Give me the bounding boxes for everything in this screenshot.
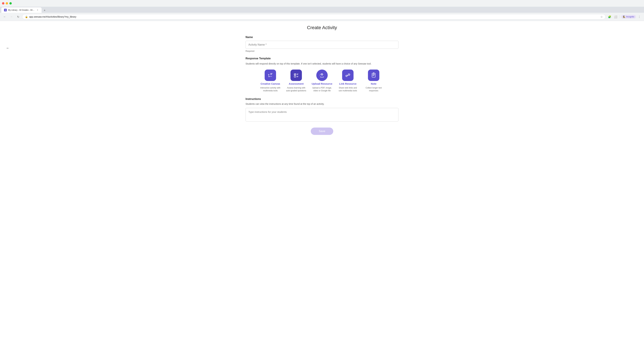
instructions-textarea[interactable] (246, 108, 398, 121)
instructions-desc: Students can view the instructions at an… (246, 103, 398, 105)
tab-bar: S My Library - All Grades - All Sul × + (0, 7, 644, 13)
browser-menu-btn[interactable]: ⋮ (636, 14, 642, 19)
incognito-label: Incognito (626, 15, 634, 18)
response-template-label: Response Template (246, 57, 398, 60)
note-desc: Collect longer text responses (363, 86, 384, 92)
tab-close-btn[interactable]: × (36, 9, 39, 11)
link-resource-icon (342, 69, 354, 81)
creative-canvas-name: Creative Canvas (260, 82, 280, 85)
back-nav-btn[interactable]: ← (2, 14, 8, 19)
incognito-icon: 🕵️ (623, 15, 626, 18)
save-section: Save (246, 128, 398, 135)
omnibox[interactable]: 🔒 app.seesaw.me/#/activities/library?my_… (22, 14, 606, 19)
link-resource-desc: Share web links and use multimedia tools (337, 86, 359, 92)
activity-name-input[interactable] (246, 41, 398, 49)
name-section: Name Required (246, 36, 398, 52)
new-tab-btn[interactable]: + (42, 8, 47, 13)
browser-chrome: S My Library - All Grades - All Sul × + … (0, 0, 644, 21)
creative-canvas-desc: Interactive activity with multimedia too… (260, 86, 281, 92)
active-tab[interactable]: S My Library - All Grades - All Sul × (1, 7, 42, 13)
back-button[interactable]: ← (5, 45, 10, 51)
close-window-btn[interactable] (2, 2, 4, 4)
name-section-label: Name (246, 36, 398, 39)
tab-title: My Library - All Grades - All Sul (8, 9, 35, 11)
upload-resource-name: Upload Resource (312, 82, 332, 85)
note-name: Note (371, 82, 376, 85)
instructions-section: Instructions Students can view the instr… (246, 97, 398, 122)
page-title: Create Activity (246, 25, 398, 30)
bookmark-icon[interactable]: ☆ (600, 15, 603, 18)
page-content: Create Activity Name Required Response T… (242, 21, 402, 145)
template-option-note[interactable]: Note Collect longer text responses (363, 69, 384, 92)
reload-nav-btn[interactable]: ↻ (16, 14, 21, 19)
response-template-desc: Students will respond directly on top of… (246, 62, 398, 65)
template-option-assessment[interactable]: Assessment Assess learning with auto-gra… (285, 69, 307, 92)
link-resource-name: Link Resource (339, 82, 356, 85)
svg-point-3 (268, 76, 270, 77)
upload-resource-icon (316, 69, 328, 81)
svg-text:T: T (268, 74, 270, 76)
svg-rect-15 (373, 72, 374, 73)
save-button[interactable]: Save (311, 128, 334, 135)
creative-canvas-icon: T (265, 69, 276, 81)
extensions-btn[interactable]: 🧩 (607, 14, 612, 19)
svg-rect-1 (270, 73, 272, 74)
response-template-section: Response Template Students will respond … (246, 57, 398, 92)
svg-rect-11 (372, 73, 375, 77)
svg-rect-2 (270, 74, 272, 75)
template-options: T Creative Canvas Interactive activity w… (246, 69, 398, 92)
url-display: app.seesaw.me/#/activities/library?my_li… (29, 15, 599, 18)
svg-rect-6 (294, 76, 296, 77)
template-option-creative-canvas[interactable]: T Creative Canvas Interactive activity w… (260, 69, 281, 92)
assessment-name: Assessment (289, 82, 304, 85)
instructions-label: Instructions (246, 97, 398, 100)
omnibar-row: ← → ↻ 🔒 app.seesaw.me/#/activities/libra… (0, 13, 644, 21)
tab-favicon: S (4, 9, 7, 11)
assessment-desc: Assess learning with auto-graded questio… (285, 86, 307, 92)
incognito-badge: 🕵️ Incognito (621, 15, 636, 18)
forward-nav-btn[interactable]: → (9, 14, 14, 19)
required-text: Required (246, 50, 398, 52)
screen-toggle-btn[interactable]: ⬜ (613, 14, 618, 19)
page-wrapper: ← Create Activity Name Required Response… (0, 21, 644, 145)
maximize-window-btn[interactable] (10, 2, 12, 4)
browser-titlebar (0, 0, 644, 7)
svg-rect-4 (270, 76, 272, 77)
note-icon (368, 69, 379, 81)
toolbar-icons: 🧩 ⬜ 🕵️ Incognito ⋮ (607, 14, 642, 19)
upload-resource-desc: Upload a PDF, image, video or Google fil… (311, 86, 333, 92)
assessment-icon (290, 69, 302, 81)
minimize-window-btn[interactable] (6, 2, 8, 4)
window-controls (2, 2, 12, 4)
template-option-upload-resource[interactable]: Upload Resource Upload a PDF, image, vid… (311, 69, 333, 92)
lock-icon: 🔒 (25, 15, 28, 18)
template-option-link-resource[interactable]: Link Resource Share web links and use mu… (337, 69, 359, 92)
